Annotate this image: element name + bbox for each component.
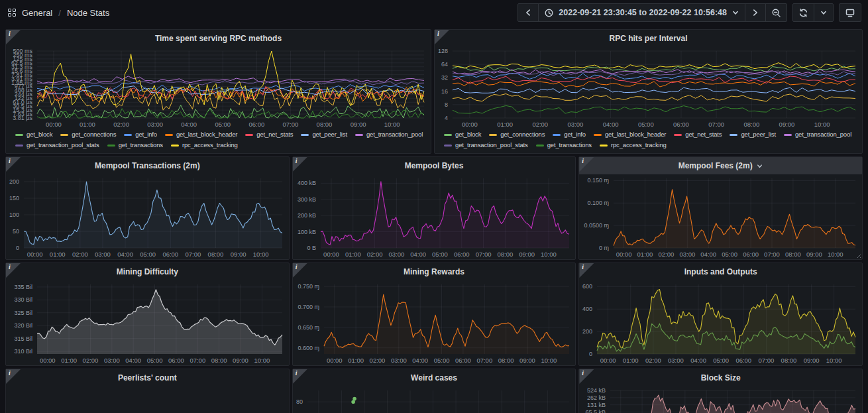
svg-text:10:00: 10:00 <box>254 357 270 364</box>
legend-item-get_connections[interactable]: get_connections <box>489 130 545 139</box>
panel-title[interactable]: Block Size <box>701 373 741 383</box>
panel-title[interactable]: Peerlists' count <box>118 373 177 383</box>
panel-header[interactable]: Inputs and Outputs <box>579 263 862 280</box>
svg-text:04:00: 04:00 <box>412 357 428 364</box>
chart-canvas-mining-difficulty[interactable]: 310 Bil315 Bil320 Bil325 Bil330 Bil335 B… <box>6 280 289 365</box>
svg-text:315 Bil: 315 Bil <box>14 335 32 342</box>
svg-text:09:00: 09:00 <box>519 251 535 258</box>
panel-header[interactable]: Mining Rewards <box>293 263 576 280</box>
breadcrumb-section[interactable]: General <box>22 8 52 18</box>
chart-canvas-time-spent[interactable]: 3.81 µs7.63 µs15.3 µs30.5 µs61.0 µs122 µ… <box>6 47 431 129</box>
svg-text:03:00: 03:00 <box>680 251 696 258</box>
svg-text:03:00: 03:00 <box>668 357 684 364</box>
panel-title[interactable]: Time spent serving RPC methods <box>155 34 282 43</box>
svg-text:4: 4 <box>445 115 448 121</box>
refresh-icon <box>798 8 808 18</box>
legend-swatch <box>444 145 452 147</box>
legend-item-get_net_stats[interactable]: get_net_stats <box>245 130 293 139</box>
legend-item-rpc_access_tracking[interactable]: rpc_access_tracking <box>171 141 238 150</box>
svg-text:330 Bil: 330 Bil <box>14 296 32 303</box>
chart-canvas-mempool-transactions[interactable]: 05010015020000:0001:0002:0003:0004:0005:… <box>6 174 289 259</box>
panel-header[interactable]: Mempool Bytes <box>293 157 576 174</box>
panel-title[interactable]: Mempool Transactions (2m) <box>95 161 200 170</box>
svg-text:320 Bil: 320 Bil <box>14 322 32 329</box>
chart-canvas-peerlists[interactable] <box>6 386 289 413</box>
legend-item-rpc_access_tracking[interactable]: rpc_access_tracking <box>600 141 667 150</box>
chart-canvas-mempool-fees[interactable]: 0 ɱ0.0500 ɱ0.100 ɱ0.150 ɱ00:0001:0002:00… <box>579 174 862 259</box>
panel-title[interactable]: Mempool Bytes <box>405 161 464 170</box>
legend-label: get_peer_list <box>741 130 775 139</box>
legend-item-get_transaction_pool_stats[interactable]: get_transaction_pool_stats <box>444 141 528 150</box>
panel-rpc-hits: i RPC hits per Interval 4816326412800:00… <box>434 29 863 154</box>
refresh-interval-dropdown[interactable] <box>814 4 833 21</box>
panel-header[interactable]: Block Size <box>579 369 862 386</box>
panel-title[interactable]: RPC hits per Interval <box>609 34 687 43</box>
legend-item-get_net_stats[interactable]: get_net_stats <box>674 130 722 139</box>
legend-swatch <box>165 134 173 136</box>
breadcrumb: General / Node Stats <box>8 8 109 18</box>
panel-header[interactable]: RPC hits per Interval <box>435 30 862 47</box>
time-shift-forward-button[interactable] <box>745 4 765 21</box>
legend-item-get_transaction_pool_stats[interactable]: get_transaction_pool_stats <box>15 141 99 150</box>
zoom-out-button[interactable] <box>765 4 787 21</box>
legend-item-get_transactions[interactable]: get_transactions <box>107 141 163 150</box>
svg-text:01:00: 01:00 <box>80 121 95 128</box>
panel-header[interactable]: Mining Difficulty <box>6 263 289 280</box>
panel-title[interactable]: Mining Rewards <box>404 267 464 276</box>
legend-label: get_transaction_pool_stats <box>27 141 99 150</box>
apps-grid-icon[interactable] <box>8 9 16 17</box>
time-picker-button[interactable]: 2022-09-21 23:30:45 to 2022-09-22 10:56:… <box>538 4 745 21</box>
svg-text:08:00: 08:00 <box>497 251 513 258</box>
legend-item-get_connections[interactable]: get_connections <box>60 130 116 139</box>
svg-text:09:00: 09:00 <box>779 121 795 128</box>
svg-text:500 ms: 500 ms <box>13 48 32 54</box>
legend-item-get_info[interactable]: get_info <box>124 130 157 139</box>
time-shift-back-button[interactable] <box>518 4 538 21</box>
svg-text:07:00: 07:00 <box>475 251 491 258</box>
breadcrumb-page[interactable]: Node Stats <box>67 8 109 18</box>
chart-canvas-mining-rewards[interactable]: 0.600 ɱ0.650 ɱ0.700 ɱ0.750 ɱ00:0001:0002… <box>293 280 576 365</box>
legend-item-get_block[interactable]: get_block <box>15 130 52 139</box>
svg-text:01:00: 01:00 <box>497 121 513 128</box>
panel-title[interactable]: Mining Difficulty <box>117 267 178 276</box>
legend-swatch <box>107 145 115 147</box>
time-range-label: 2022-09-21 23:30:45 to 2022-09-22 10:56:… <box>559 8 727 17</box>
legend-item-get_peer_list[interactable]: get_peer_list <box>301 130 347 139</box>
panel-title[interactable]: Inputs and Outputs <box>684 267 757 276</box>
legend-item-get_transaction_pool[interactable]: get_transaction_pool <box>355 130 423 139</box>
chart-canvas-mempool-bytes[interactable]: 0 B100 kB200 kB300 kB400 kB00:0001:0002:… <box>293 174 576 259</box>
chevron-left-icon <box>523 8 533 17</box>
chart-canvas-inputs-outputs[interactable]: 020040060000:0001:0002:0003:0004:0005:00… <box>579 280 862 365</box>
panel-header[interactable]: Weird cases <box>293 369 576 386</box>
svg-text:08:00: 08:00 <box>211 357 227 364</box>
legend-item-get_last_block_header[interactable]: get_last_block_header <box>165 130 237 139</box>
svg-text:05:00: 05:00 <box>638 121 654 128</box>
svg-text:16: 16 <box>441 88 448 95</box>
legend-item-get_peer_list[interactable]: get_peer_list <box>730 130 775 139</box>
chart-svg: 0 ɱ0.0500 ɱ0.100 ɱ0.150 ɱ00:0001:0002:00… <box>579 174 862 259</box>
panel-title[interactable]: Weird cases <box>411 373 457 383</box>
chart-canvas-rpc-hits[interactable]: 4816326412800:0001:0002:0003:0004:0005:0… <box>435 47 862 129</box>
kiosk-mode-button[interactable] <box>840 4 861 21</box>
chart-canvas-block-size[interactable]: 65.5 kB131 kB262 kB524 kB00:0001:0002:00… <box>579 386 862 413</box>
legend-item-get_transactions[interactable]: get_transactions <box>536 141 592 150</box>
svg-text:0.700 ɱ: 0.700 ɱ <box>298 304 319 310</box>
legend-item-get_last_block_header[interactable]: get_last_block_header <box>594 130 666 139</box>
panel-title[interactable]: Mempool Fees (2m) <box>678 161 753 170</box>
svg-text:00:00: 00:00 <box>600 357 616 364</box>
svg-text:03:00: 03:00 <box>391 357 407 364</box>
svg-text:0.750 ɱ: 0.750 ɱ <box>298 283 319 290</box>
svg-text:08:00: 08:00 <box>781 357 797 364</box>
panel-header[interactable]: Mempool Fees (2m) <box>579 157 862 174</box>
svg-text:05:00: 05:00 <box>722 251 738 258</box>
legend-item-get_info[interactable]: get_info <box>553 130 586 139</box>
panel-header[interactable]: Mempool Transactions (2m) <box>6 157 289 174</box>
panel-header[interactable]: Peerlists' count <box>6 369 289 386</box>
panel-header[interactable]: Time spent serving RPC methods <box>6 30 431 47</box>
refresh-button[interactable] <box>793 4 814 21</box>
svg-text:06:00: 06:00 <box>455 357 471 364</box>
legend-swatch <box>15 145 23 147</box>
legend-item-get_block[interactable]: get_block <box>444 130 481 139</box>
legend-item-get_transaction_pool[interactable]: get_transaction_pool <box>784 130 851 139</box>
chart-canvas-weird-cases[interactable]: 8000:0001:0002:0003:0004:0005:0006:0007:… <box>293 386 576 413</box>
